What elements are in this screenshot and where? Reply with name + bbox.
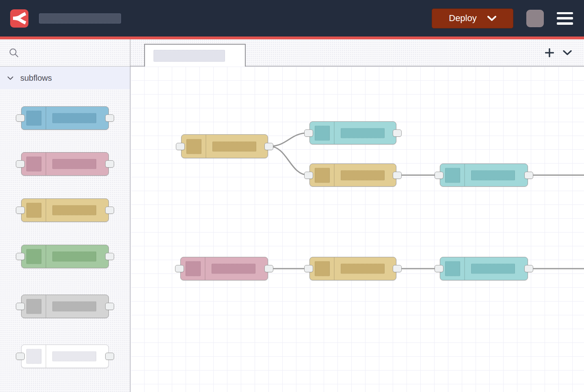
node-port-input[interactable] (304, 129, 313, 137)
palette-search[interactable] (0, 39, 130, 67)
node-port-input (16, 253, 25, 260)
chevron-down-icon (563, 50, 572, 55)
menu-bar (557, 22, 573, 25)
node-port-output[interactable] (524, 172, 533, 179)
wire[interactable] (269, 146, 308, 175)
header-bar: Deploy (0, 0, 584, 39)
flow-canvas[interactable] (130, 67, 584, 392)
node-label-placeholder (341, 170, 385, 180)
node-port-input[interactable] (175, 265, 184, 272)
menu-icon[interactable] (557, 12, 573, 25)
palette-node-white[interactable] (21, 345, 109, 368)
node-label-placeholder (212, 141, 256, 151)
flow-node-pink[interactable] (180, 257, 268, 280)
palette-node-yellow[interactable] (21, 198, 109, 222)
node-label-placeholder (52, 351, 96, 362)
node-icon-placeholder (445, 168, 460, 183)
app-logo[interactable] (10, 9, 28, 28)
node-port-input[interactable] (176, 143, 185, 150)
node-port-input (16, 160, 25, 168)
user-avatar[interactable] (526, 10, 544, 27)
node-port-output (105, 253, 114, 260)
plus-icon (545, 48, 554, 57)
flow-node-yellow[interactable] (309, 164, 396, 187)
node-label-placeholder (52, 252, 96, 262)
node-divider (464, 257, 465, 280)
palette-section-label: subflows (20, 73, 52, 83)
node-port-output (105, 303, 114, 310)
node-port-input[interactable] (435, 172, 443, 179)
node-port-output (105, 353, 114, 360)
node-icon-placeholder (445, 261, 460, 276)
flow-node-yellow[interactable] (309, 257, 396, 280)
flow-node-cyan[interactable] (440, 257, 528, 280)
node-port-input (16, 207, 25, 214)
search-icon (9, 48, 19, 58)
header-actions: Deploy (432, 9, 573, 28)
flow-tab-label-placeholder (154, 50, 225, 62)
flow-tab[interactable] (144, 44, 246, 67)
deploy-button[interactable]: Deploy (432, 9, 513, 28)
flow-list-button[interactable] (563, 50, 572, 55)
flow-node-cyan[interactable] (440, 164, 528, 187)
node-label-placeholder (341, 264, 385, 274)
chevron-down-icon (7, 76, 13, 80)
palette-node-pink[interactable] (21, 152, 109, 176)
node-label-placeholder (52, 159, 96, 169)
node-icon-placeholder (315, 168, 330, 183)
node-icon-placeholder (315, 125, 330, 140)
node-icon-placeholder (26, 249, 41, 264)
node-divider (334, 164, 335, 186)
node-icon-placeholder (26, 349, 41, 364)
node-port-output[interactable] (393, 172, 402, 179)
node-label-placeholder (52, 205, 96, 215)
node-port-input[interactable] (304, 265, 313, 272)
node-divider (205, 135, 206, 158)
node-icon-placeholder (26, 111, 41, 126)
palette-node-green[interactable] (21, 245, 109, 268)
node-divider (45, 295, 46, 318)
node-icon-placeholder (186, 261, 201, 276)
node-port-input (16, 353, 25, 360)
node-icon-placeholder (26, 157, 41, 172)
node-icon-placeholder (315, 261, 330, 276)
node-divider (334, 257, 335, 280)
node-divider (45, 345, 46, 368)
node-port-output (105, 207, 114, 214)
deploy-button-label: Deploy (449, 13, 476, 24)
wire-layer (130, 67, 584, 392)
palette-node-blue[interactable] (21, 106, 109, 130)
node-divider (45, 153, 46, 175)
palette-section-subflows[interactable]: subflows (0, 67, 130, 89)
node-label-placeholder (52, 113, 96, 123)
node-port-input[interactable] (304, 172, 313, 179)
node-red-editor: { "header": { "deploy_label": "Deploy", … (0, 0, 584, 392)
flow-node-yellow[interactable] (181, 134, 268, 158)
node-port-input (16, 114, 25, 122)
wire[interactable] (269, 133, 308, 146)
node-divider (45, 199, 46, 222)
node-port-output[interactable] (393, 265, 402, 272)
node-icon-placeholder (26, 203, 41, 218)
node-divider (45, 245, 46, 268)
node-port-output[interactable] (264, 143, 273, 150)
node-label-placeholder (341, 128, 385, 138)
palette-node-gray[interactable] (21, 295, 109, 318)
node-icon-placeholder (186, 139, 201, 154)
node-divider (45, 107, 46, 129)
node-port-output[interactable] (264, 265, 273, 272)
node-port-input[interactable] (435, 265, 443, 272)
add-flow-button[interactable] (545, 48, 554, 57)
workspace (130, 39, 584, 392)
chevron-down-icon[interactable] (487, 16, 496, 21)
node-port-output[interactable] (524, 265, 533, 272)
node-port-output[interactable] (393, 129, 402, 137)
node-label-placeholder (471, 170, 515, 180)
flow-node-cyan[interactable] (309, 121, 396, 144)
node-label-placeholder (471, 264, 515, 274)
node-divider (464, 164, 465, 186)
node-label-placeholder (212, 264, 255, 274)
node-icon-placeholder (26, 299, 41, 314)
header-title-placeholder (39, 13, 121, 24)
node-divider (334, 122, 335, 144)
